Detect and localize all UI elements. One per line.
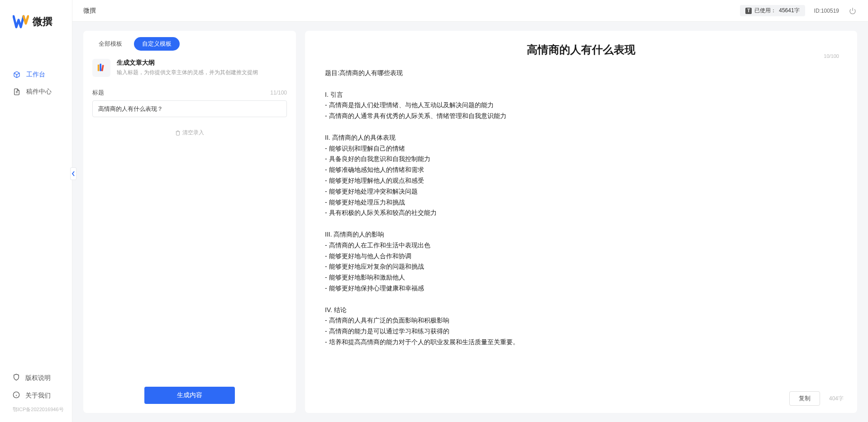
svg-rect-9 [101, 65, 104, 71]
chevron-left-icon [72, 171, 75, 176]
footer-label: 关于我们 [25, 392, 51, 400]
output-title: 高情商的人有什么表现 [319, 43, 844, 57]
books-icon [92, 59, 110, 77]
template-description: 输入标题，为你提供文章主体的灵感，并为其创建推文提纲 [117, 69, 287, 76]
nav-drafts[interactable]: 稿件中心 [0, 83, 72, 100]
form: 标题 11/100 [83, 84, 296, 122]
title-label: 标题 [92, 89, 104, 97]
page-title: 微撰 [83, 7, 96, 15]
cube-icon [13, 71, 21, 79]
title-input[interactable] [92, 100, 287, 117]
copyright-link[interactable]: 版权说明 [0, 369, 72, 387]
usage-badge: T 已使用： 45641字 [740, 5, 805, 16]
user-id: ID:100519 [814, 8, 839, 14]
template-tabs: 全部模板 自定义模板 [83, 31, 296, 54]
config-panel: 全部模板 自定义模板 生成文章大纲 输入标题，为你提供文章主体的灵感，并为其创建… [83, 31, 296, 413]
clear-button[interactable]: 清空录入 [83, 122, 296, 144]
nav-label: 工作台 [26, 71, 45, 79]
title-counter: 11/100 [270, 90, 287, 96]
clear-label: 清空录入 [182, 129, 204, 137]
collapse-toggle[interactable] [70, 167, 76, 180]
topbar: 微撰 T 已使用： 45641字 ID:100519 [72, 0, 868, 22]
output-header: 高情商的人有什么表现 10/100 [305, 31, 857, 61]
footer-label: 版权说明 [25, 374, 51, 382]
template-card: 生成文章大纲 输入标题，为你提供文章主体的灵感，并为其创建推文提纲 [83, 54, 296, 84]
svg-rect-8 [100, 64, 101, 71]
output-panel: 高情商的人有什么表现 10/100 题目:高情商的人有哪些表现 I. 引言 - … [305, 31, 857, 413]
main-area: 微撰 T 已使用： 45641字 ID:100519 全部模板 自定义模板 [72, 0, 868, 422]
usage-value: 45641字 [779, 7, 799, 14]
power-button[interactable] [848, 6, 857, 15]
logo: 微撰 [0, 0, 72, 39]
logo-icon [13, 14, 29, 30]
output-title-counter: 10/100 [824, 53, 839, 59]
tab-custom-templates[interactable]: 自定义模板 [134, 37, 180, 51]
sidebar: 微撰 工作台 稿件中心 版权说明 [0, 0, 72, 422]
brand-name: 微撰 [33, 15, 52, 28]
nav-label: 稿件中心 [26, 88, 52, 96]
document-icon [13, 88, 21, 96]
text-icon: T [745, 8, 752, 14]
output-footer: 复制 404字 [305, 385, 857, 413]
usage-prefix: 已使用： [754, 7, 776, 14]
template-title: 生成文章大纲 [117, 59, 287, 67]
copy-button[interactable]: 复制 [789, 391, 820, 406]
about-link[interactable]: 关于我们 [0, 387, 72, 404]
content: 全部模板 自定义模板 生成文章大纲 输入标题，为你提供文章主体的灵感，并为其创建… [72, 22, 868, 422]
svg-rect-7 [98, 65, 100, 71]
icp-text: 鄂ICP备2022016946号 [0, 404, 72, 417]
main-nav: 工作台 稿件中心 [0, 39, 72, 369]
nav-workspace[interactable]: 工作台 [0, 66, 72, 83]
tab-all-templates[interactable]: 全部模板 [91, 37, 130, 51]
trash-icon [175, 130, 181, 136]
output-content[interactable]: 题目:高情商的人有哪些表现 I. 引言 - 高情商是指人们处理情绪、与他人互动以… [305, 61, 857, 385]
word-count: 404字 [829, 395, 844, 403]
info-icon [13, 391, 20, 400]
sidebar-footer: 版权说明 关于我们 鄂ICP备2022016946号 [0, 369, 72, 422]
shield-icon [13, 374, 20, 382]
generate-button[interactable]: 生成内容 [144, 387, 235, 404]
power-icon [849, 7, 856, 14]
